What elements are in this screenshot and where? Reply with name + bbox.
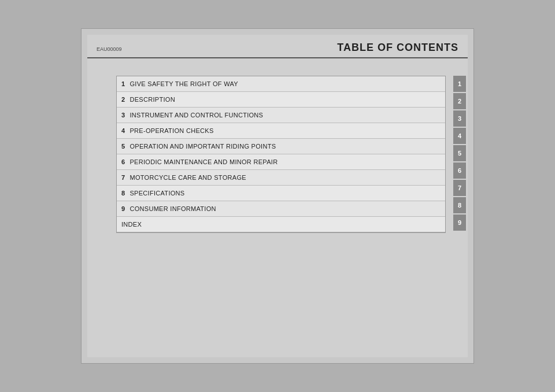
sidebar-tab-6[interactable]: 6 <box>453 162 466 179</box>
page-title: TABLE OF CONTENTS <box>337 42 458 54</box>
toc-cell: 6PERIODIC MAINTENANCE AND MINOR REPAIR <box>117 154 445 170</box>
toc-section: 1GIVE SAFETY THE RIGHT OF WAY2DESCRIPTIO… <box>87 76 452 341</box>
table-row[interactable]: 1GIVE SAFETY THE RIGHT OF WAY <box>117 76 445 92</box>
sidebar-tab-2[interactable]: 2 <box>453 93 466 109</box>
page-container: EAU00009 TABLE OF CONTENTS 1GIVE SAFETY … <box>81 28 474 364</box>
toc-cell: INDEX <box>117 217 445 232</box>
sidebar-tab-5[interactable]: 5 <box>453 145 466 161</box>
sidebar-tab-1[interactable]: 1 <box>453 76 466 92</box>
toc-cell: 2DESCRIPTION <box>117 92 445 108</box>
toc-cell: 4PRE-OPERATION CHECKS <box>117 123 445 139</box>
toc-cell: 7MOTORCYCLE CARE AND STORAGE <box>117 170 445 186</box>
toc-cell: 3INSTRUMENT AND CONTROL FUNCTIONS <box>117 108 445 123</box>
sidebar-tabs: 123456789 <box>452 76 468 341</box>
page-inner: EAU00009 TABLE OF CONTENTS 1GIVE SAFETY … <box>87 35 468 357</box>
table-row[interactable]: 5OPERATION AND IMPORTANT RIDING POINTS <box>117 139 445 154</box>
sidebar-tab-4[interactable]: 4 <box>453 128 466 144</box>
sidebar-tab-7[interactable]: 7 <box>453 180 466 196</box>
toc-cell: 1GIVE SAFETY THE RIGHT OF WAY <box>117 76 445 92</box>
toc-table: 1GIVE SAFETY THE RIGHT OF WAY2DESCRIPTIO… <box>117 76 445 232</box>
table-row[interactable]: 8SPECIFICATIONS <box>117 186 445 201</box>
table-row[interactable]: 6PERIODIC MAINTENANCE AND MINOR REPAIR <box>117 154 445 170</box>
sidebar-tab-3[interactable]: 3 <box>453 110 466 127</box>
toc-cell: 9CONSUMER INFORMATION <box>117 201 445 217</box>
toc-cell: 8SPECIFICATIONS <box>117 186 445 201</box>
table-row[interactable]: 2DESCRIPTION <box>117 92 445 108</box>
doc-code: EAU00009 <box>97 46 122 52</box>
table-row[interactable]: 3INSTRUMENT AND CONTROL FUNCTIONS <box>117 108 445 123</box>
header-area: EAU00009 TABLE OF CONTENTS <box>87 35 468 58</box>
sidebar-tab-8[interactable]: 8 <box>453 197 466 213</box>
table-row[interactable]: INDEX <box>117 217 445 232</box>
table-row[interactable]: 9CONSUMER INFORMATION <box>117 201 445 217</box>
toc-cell: 5OPERATION AND IMPORTANT RIDING POINTS <box>117 139 445 154</box>
sidebar-tab-9[interactable]: 9 <box>453 215 466 231</box>
table-row[interactable]: 4PRE-OPERATION CHECKS <box>117 123 445 139</box>
table-row[interactable]: 7MOTORCYCLE CARE AND STORAGE <box>117 170 445 186</box>
content-area: 1GIVE SAFETY THE RIGHT OF WAY2DESCRIPTIO… <box>87 58 468 352</box>
toc-table-wrapper: 1GIVE SAFETY THE RIGHT OF WAY2DESCRIPTIO… <box>116 76 446 233</box>
